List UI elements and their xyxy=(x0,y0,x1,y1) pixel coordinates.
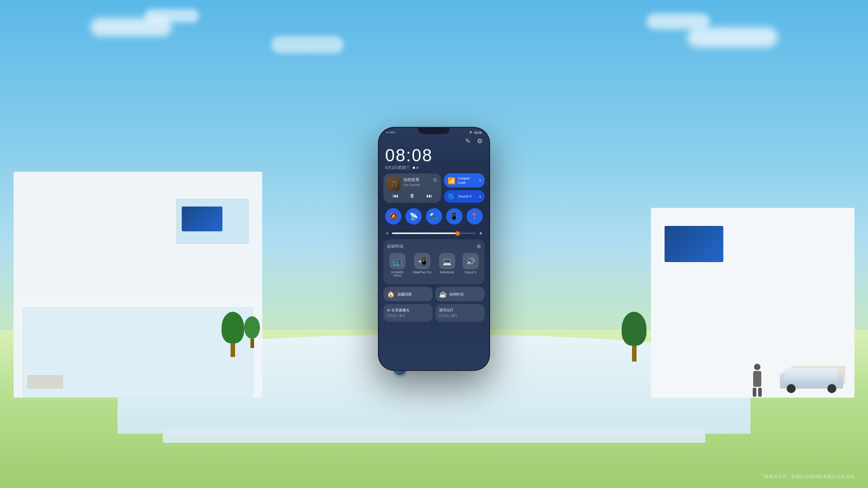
bluetooth-device-name: Sound X xyxy=(458,194,479,199)
prev-button[interactable]: ⏮ xyxy=(392,192,398,199)
cards-row: 🎵 你的世界 The Sonnet ↻ ⏮ ⏸ ⏭ xyxy=(383,174,485,203)
wifi-card[interactable]: 📶 CooperCafé ▾ xyxy=(444,174,485,188)
tree-2 xyxy=(244,316,260,348)
wifi-icon: 📶 xyxy=(448,177,455,184)
device-icon-vision: 📺 xyxy=(389,253,406,269)
next-button[interactable]: ⏭ xyxy=(426,192,432,199)
iot-row: AI 全景摄像头 已开启 | 客厅 读写台灯 已开启 | 客厅 xyxy=(383,304,485,322)
cloud-2 xyxy=(145,9,199,23)
location-toggle[interactable]: 📍 xyxy=(467,208,483,225)
play-pause-button[interactable]: ⏸ xyxy=(409,192,415,199)
iot-camera-card[interactable]: AI 全景摄像头 已开启 | 客厅 xyxy=(383,304,433,322)
device-icon-matebook: 💻 xyxy=(439,253,455,269)
status-left: ▪▪▪ WiFi xyxy=(386,131,395,134)
device-label-matepad: MatePad Pro xyxy=(413,271,431,274)
settings-icon[interactable]: ⚙ xyxy=(476,137,484,145)
music-card[interactable]: 🎵 你的世界 The Sonnet ↻ ⏮ ⏸ ⏭ xyxy=(383,174,441,203)
dot-2 xyxy=(416,167,419,169)
time-display: 08:08 6月2日星期三 xyxy=(383,147,485,174)
wifi-name: CooperCafé xyxy=(458,176,479,185)
date-display: 6月2日星期三 xyxy=(385,165,483,171)
rotate-icon: ↻ xyxy=(433,177,438,183)
scene-relax-btn[interactable]: ☕ 休闲时光 xyxy=(435,287,485,301)
brightness-fill xyxy=(392,233,458,234)
window-left-1 xyxy=(176,199,249,244)
vibrate-toggle[interactable]: 📡 xyxy=(406,208,422,225)
bluetooth-info: Sound X xyxy=(455,194,479,199)
brightness-low-icon: ☀ xyxy=(385,231,389,236)
bluetooth-expand-arrow[interactable]: ▾ xyxy=(479,194,481,198)
car xyxy=(780,368,843,393)
scenes-row: 🏠 温馨回家 ☕ 休闲时光 xyxy=(383,287,485,301)
cloud-5 xyxy=(271,36,344,53)
music-info: 你的世界 The Sonnet xyxy=(401,177,433,187)
furniture-1 xyxy=(27,375,63,389)
scene-home-label: 温馨回家 xyxy=(397,291,412,296)
notch xyxy=(418,128,450,134)
dot-indicators xyxy=(413,167,419,169)
wifi-expand-arrow[interactable]: ▾ xyxy=(479,178,481,183)
wifi-info: CooperCafé xyxy=(455,176,479,185)
panel-header[interactable]: ✎ ⚙ xyxy=(383,137,485,145)
tv-right xyxy=(665,226,723,262)
music-controls[interactable]: ⏮ ⏸ ⏭ xyxy=(387,192,438,199)
side-cards: 📶 CooperCafé ▾ 🔵 Sound X xyxy=(444,174,485,203)
scene-relax-label: 休闲时光 xyxy=(449,291,464,296)
cloud-4 xyxy=(646,14,710,29)
scene-relax-icon: ☕ xyxy=(439,291,447,298)
device-vision[interactable]: 📺 HUAWEIVision xyxy=(389,253,406,277)
device-label-soundx: Sound X xyxy=(464,271,476,274)
iot-lamp-card[interactable]: 读写台灯 已开启 | 客厅 xyxy=(435,304,485,322)
device-matebook[interactable]: 💻 MateBook xyxy=(439,253,455,277)
signal-icon: ▪▪▪ xyxy=(386,131,389,134)
house-left xyxy=(14,172,262,398)
brightness-row: ☀ ☀ xyxy=(383,231,485,236)
devices-section: 超级终端 ⊕ 📺 HUAWEIVision 📲 MatePad Pro xyxy=(383,239,485,284)
toggles-row: 🔕 📡 🔦 📱 📍 xyxy=(383,206,485,227)
section-title: 超级终端 xyxy=(387,243,403,249)
music-top: 🎵 你的世界 The Sonnet ↻ xyxy=(387,177,438,191)
tree-3 xyxy=(622,312,646,361)
scene-home-icon: 🏠 xyxy=(387,291,395,298)
edit-icon[interactable]: ✎ xyxy=(464,137,472,145)
device-label-vision: HUAWEIVision xyxy=(391,271,404,277)
wifi-status-icon: WiFi xyxy=(390,131,395,134)
tv-right-screen xyxy=(665,226,723,262)
device-icon-soundx: 🔊 xyxy=(462,253,479,269)
bluetooth-card[interactable]: 🔵 Sound X ▾ xyxy=(444,190,485,203)
song-artist: The Sonnet xyxy=(403,183,433,187)
cloud-3 xyxy=(687,27,778,47)
iot-lamp-sub: 已开启 | 客厅 xyxy=(439,314,481,318)
section-settings-icon[interactable]: ⊕ xyxy=(476,243,481,249)
iot-camera-sub: 已开启 | 客厅 xyxy=(387,314,429,318)
phone-device: ▪▪▪ WiFi ⚡ 08:08 ✎ ⚙ xyxy=(378,127,490,371)
brightness-slider-track[interactable] xyxy=(392,233,476,234)
device-matepad[interactable]: 📲 MatePad Pro xyxy=(413,253,431,277)
section-header: 超级终端 ⊕ xyxy=(387,243,481,249)
dot-1 xyxy=(413,167,415,169)
device-label-matebook: MateBook xyxy=(440,271,454,274)
phone-wrapper: ▪▪▪ WiFi ⚡ 08:08 ✎ ⚙ xyxy=(378,127,490,371)
devices-grid: 📺 HUAWEIVision 📲 MatePad Pro 💻 MateBook xyxy=(387,253,481,277)
status-time: 08:08 xyxy=(474,131,482,134)
phone-screen: ▪▪▪ WiFi ⚡ 08:08 ✎ ⚙ xyxy=(379,128,489,370)
status-right: ⚡ 08:08 xyxy=(469,131,482,134)
tv-left xyxy=(182,206,222,231)
scene-home-btn[interactable]: 🏠 温馨回家 xyxy=(383,287,433,301)
clock-time: 08:08 xyxy=(385,147,483,164)
iot-camera-title: AI 全景摄像头 xyxy=(387,308,429,313)
torch-toggle[interactable]: 🔦 xyxy=(426,208,442,225)
bluetooth-icon: 🔵 xyxy=(448,193,455,200)
tree-1 xyxy=(222,312,244,357)
terrace-edge xyxy=(163,429,705,443)
brightness-high-icon: ☀ xyxy=(479,231,483,236)
disclaimer: *效果仅示意，具体以当地销售界面以实际为准。 xyxy=(762,474,859,480)
control-panel: ✎ ⚙ 08:08 6月2日星期三 xyxy=(379,135,489,325)
device-soundx[interactable]: 🔊 Sound X xyxy=(462,253,479,277)
mirror-toggle[interactable]: 📱 xyxy=(446,208,462,225)
silent-toggle[interactable]: 🔕 xyxy=(385,208,401,225)
brightness-thumb[interactable] xyxy=(455,231,460,235)
status-bt-icon: ⚡ xyxy=(469,131,473,134)
device-icon-matepad: 📲 xyxy=(414,253,430,269)
album-art: 🎵 xyxy=(387,177,401,191)
